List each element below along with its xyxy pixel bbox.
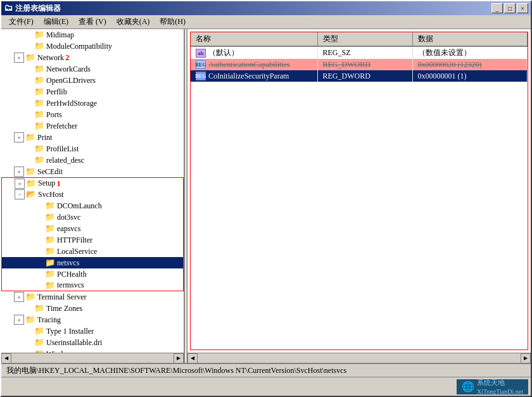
folder-icon: 📁 — [34, 326, 44, 336]
registry-table: 名称 类型 数据 ab （默认） — [191, 32, 528, 82]
table-row[interactable]: ab （默认） REG_SZ （数值未设置） — [191, 46, 528, 59]
scroll-right-btn[interactable]: ▶ — [174, 353, 184, 363]
expand-setup[interactable]: + — [15, 179, 25, 189]
expand-network[interactable]: + — [14, 53, 24, 63]
app-icon: 🗂 — [4, 3, 13, 13]
expand-svchost[interactable]: - — [15, 189, 25, 199]
reg-data-cell: （数值未设置） — [412, 46, 528, 59]
scroll-left-btn[interactable]: ◀ — [187, 353, 198, 363]
tree-item-eapsvcs[interactable]: 📁 eapsvcs — [1, 223, 184, 234]
folder-icon: 📁 — [34, 303, 44, 313]
menu-help[interactable]: 帮助(H) — [155, 15, 191, 28]
table-row[interactable]: REG CoInitializeSecurityParam REG_DWORD … — [191, 70, 528, 82]
tree-item-netsvcs[interactable]: 📁 netsvcs — [1, 257, 184, 268]
tree-item-windows[interactable]: 📁 Windows — [1, 348, 184, 353]
tree-item-networkcards[interactable]: 📁 NetworkCards — [1, 63, 184, 75]
tree-item-localservice[interactable]: 📁 LocalService — [1, 246, 184, 257]
scroll-right-btn[interactable]: ▶ — [521, 353, 531, 363]
title-bar: 🗂 注册表编辑器 _ □ × — [1, 1, 531, 15]
tree-item-profilelist[interactable]: 📁 ProfileList — [1, 143, 184, 154]
maximize-button[interactable]: □ — [504, 3, 516, 13]
folder-icon: 📁 — [45, 246, 55, 256]
folder-icon: 📁 — [34, 110, 44, 120]
tree-item-opengl[interactable]: 📁 OpenGLDrivers — [1, 75, 184, 86]
folder-icon: 📁 — [34, 121, 44, 131]
tree-item-dcomlaunch[interactable]: 📁 DCOmLaunch — [1, 200, 184, 211]
folder-icon: 📁 — [45, 212, 55, 222]
col-header-type: 类型 — [317, 32, 412, 46]
folder-icon: 📁 — [34, 87, 44, 97]
scroll-track[interactable] — [11, 353, 174, 363]
tree-scroll[interactable]: 📁 Midimap 📁 ModuleCompatibility + 📁 Netw… — [1, 29, 184, 353]
tree-item-type1[interactable]: 📁 Type 1 Installer — [1, 325, 184, 337]
folder-icon: 📁 — [45, 258, 55, 268]
tree-item-perflib[interactable]: 📁 Perflib — [1, 86, 184, 98]
expand-tracing[interactable]: + — [14, 315, 24, 325]
col-header-data: 数据 — [412, 32, 528, 46]
tree-item-pchealth[interactable]: 📁 PCHealth — [1, 268, 184, 280]
registry-editor-window: 🗂 注册表编辑器 _ □ × 文件(F) 编辑(E) 查看 (V) 收藏夹(A)… — [0, 0, 532, 397]
table-row[interactable]: REG AuthenticationCapabilities REG_DWORD… — [191, 59, 528, 70]
folder-icon: 📁 — [25, 132, 35, 142]
folder-icon: 📁 — [34, 337, 44, 348]
window-title: 注册表编辑器 — [15, 3, 61, 14]
folder-icon: 📁 — [34, 75, 44, 85]
tree-item-userinstall[interactable]: 📁 Userinstallable.dri — [1, 337, 184, 348]
tree-item-dot3svc[interactable]: 📁 dot3svc — [1, 211, 184, 223]
tree-item-network[interactable]: + 📁 Network 2 — [1, 52, 184, 63]
scroll-track[interactable] — [198, 353, 521, 363]
folder-icon: 📁 — [26, 179, 36, 189]
reg-type-cell: REG_DWORD — [317, 59, 412, 70]
tree-item-terminalserver[interactable]: + 📁 Terminal Server — [1, 291, 184, 303]
tree-item-secedit[interactable]: + 📁 SeCEdit — [1, 166, 184, 177]
menu-favorites[interactable]: 收藏夹(A) — [111, 15, 155, 28]
tree-item-setup[interactable]: + 📁 Setup 1 — [1, 177, 184, 189]
close-button[interactable]: × — [517, 3, 528, 13]
folder-icon: 📁 — [34, 41, 44, 51]
menu-view[interactable]: 查看 (V) — [73, 15, 111, 28]
reg-name-cell: REG AuthenticationCapabilities — [191, 59, 317, 70]
folder-icon: 📁 — [34, 30, 44, 40]
folder-icon: 📁 — [34, 98, 44, 108]
folder-icon: 📁 — [25, 315, 35, 325]
tree-item-svchost[interactable]: - 📂 SvcHost — [1, 189, 184, 200]
folder-icon: 📁 — [45, 269, 55, 279]
tree-item-termsvcs[interactable]: 📁 termsvcs — [1, 280, 184, 291]
registry-value-area: 名称 类型 数据 ab （默认） — [190, 32, 528, 350]
expand-secedit[interactable]: + — [14, 167, 24, 177]
right-h-scrollbar[interactable]: ◀ ▶ — [187, 353, 531, 363]
tree-item-modulecompat[interactable]: 📁 ModuleCompatibility — [1, 41, 184, 52]
reg-type-icon: REG — [196, 60, 206, 69]
tree-item-perhwid[interactable]: 📁 PerHwIdStorage — [1, 98, 184, 109]
reg-name-cell: ab （默认） — [191, 46, 317, 59]
minimize-button[interactable]: _ — [491, 3, 503, 13]
tree-item-timezones[interactable]: 📁 Time Zones — [1, 303, 184, 314]
watermark-icon: 🌐 — [462, 381, 474, 393]
reg-data-cell: 0x00000001 (1) — [412, 70, 528, 82]
tree-item-prefetcher[interactable]: 📁 Prefetcher — [1, 120, 184, 132]
tree-item-related[interactable]: 📁 related_desc — [1, 154, 184, 166]
menu-edit[interactable]: 编辑(E) — [39, 15, 73, 28]
window-controls: _ □ × — [491, 3, 528, 13]
folder-icon: 📂 — [26, 189, 36, 199]
reg-type-icon: ab — [196, 49, 206, 58]
folder-icon: 📁 — [34, 155, 44, 165]
tree-item-ports[interactable]: 📁 Ports — [1, 109, 184, 120]
status-bar: 我的电脑\HKEY_LOCAL_MACHINE\SOFTWARE\Microso… — [1, 363, 531, 377]
folder-icon: 📁 — [34, 144, 44, 154]
tree-h-scrollbar[interactable]: ◀ ▶ — [1, 353, 184, 363]
expand-terminalserver[interactable]: + — [14, 292, 24, 302]
reg-name-cell: REG CoInitializeSecurityParam — [191, 70, 317, 82]
watermark-text: 系统天地 XiTongTianDi.net — [477, 378, 523, 395]
tree-item-print[interactable]: + 📁 Print — [1, 132, 184, 143]
expand-print[interactable]: + — [14, 132, 24, 142]
menu-file[interactable]: 文件(F) — [4, 15, 39, 28]
tree-item-midimap[interactable]: 📁 Midimap — [1, 29, 184, 41]
reg-type-cell: REG_SZ — [317, 46, 412, 59]
col-header-name: 名称 — [191, 32, 317, 46]
tree-item-tracing[interactable]: + 📁 Tracing — [1, 314, 184, 325]
folder-icon: 📁 — [45, 280, 55, 291]
scroll-left-btn[interactable]: ◀ — [1, 353, 11, 363]
tree-item-httpfilter[interactable]: 📁 HTTPFilter — [1, 234, 184, 246]
folder-icon: 📁 — [45, 235, 55, 245]
